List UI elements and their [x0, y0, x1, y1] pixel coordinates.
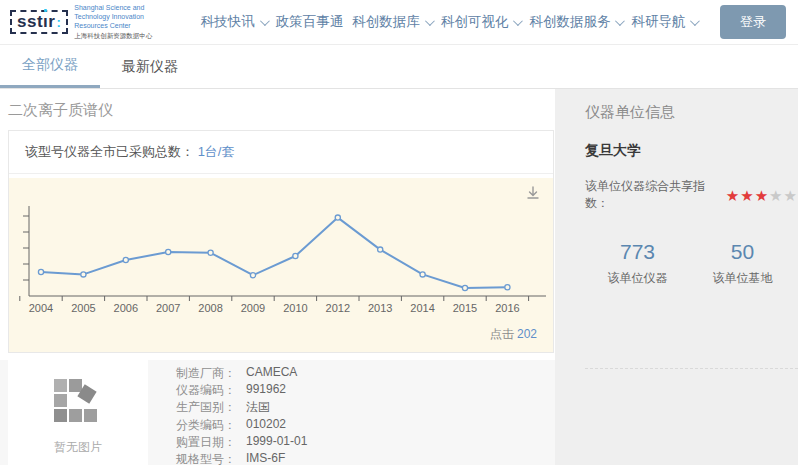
logo-subtitle: Shanghai Science and Technology Innovati… [74, 4, 178, 39]
nav-label: 政策百事通 [276, 13, 344, 31]
chevron-down-icon [690, 16, 700, 26]
share-index-label: 该单位仪器综合共享指数： [585, 178, 722, 212]
purchase-chart-panel: 该型号仪器全市已采购总数： 1台/套 200420052006200720082… [8, 130, 554, 353]
detail-value: 010202 [246, 417, 286, 434]
nav-item-database[interactable]: 科创数据库 [352, 13, 432, 31]
detail-label: 购置日期： [176, 434, 246, 451]
tab-all-instruments[interactable]: 全部仪器 [0, 45, 100, 88]
svg-text:2014: 2014 [410, 302, 434, 314]
main-nav: 科技快讯 政策百事通 科创数据库 科创可视化 科创数据服务 科研导航 [178, 13, 720, 31]
organization-name: 复旦大学 [585, 142, 798, 160]
svg-text:2009: 2009 [241, 302, 265, 314]
instrument-details-section: 暂无图片 制造厂商： CAMECA 仪器编码： 991962 生产国别： 法国 … [0, 360, 555, 465]
detail-value: 991962 [246, 382, 286, 399]
nav-label: 科创数据服务 [529, 13, 610, 31]
chevron-down-icon [513, 16, 523, 26]
nav-item-policy[interactable]: 政策百事通 [276, 13, 344, 31]
logo-subtitle-cn: 上海科技创新资源数据中心 [74, 32, 178, 40]
no-image-label: 暂无图片 [54, 439, 102, 456]
clicks-counter: 点击 202 [490, 326, 537, 343]
unit-stats: 773 该单位仪器 50 该单位基地 [585, 240, 795, 287]
svg-text:2007: 2007 [156, 302, 180, 314]
svg-text:2006: 2006 [114, 302, 138, 314]
svg-text:2010: 2010 [283, 302, 307, 314]
chart-body: 2004200520062007200820092010201220132014… [9, 178, 553, 352]
dashed-divider [585, 368, 798, 369]
stat-base-count: 50 该单位基地 [690, 240, 795, 287]
stat-value: 773 [585, 240, 690, 264]
svg-text:2016: 2016 [495, 302, 519, 314]
main-column: 二次离子质谱仪 该型号仪器全市已采购总数： 1台/套 2004200520062… [0, 89, 555, 465]
detail-value: 1999-01-01 [246, 434, 307, 451]
details-list: 制造厂商： CAMECA 仪器编码： 991962 生产国别： 法国 分类编码：… [148, 360, 307, 465]
stat-value: 50 [690, 240, 795, 264]
chevron-down-icon [615, 16, 625, 26]
sidebar-title: 仪器单位信息 [585, 103, 798, 122]
clicks-label: 点击 [490, 327, 514, 341]
svg-text:2013: 2013 [368, 302, 392, 314]
clicks-value: 202 [517, 327, 537, 341]
nav-item-research-nav[interactable]: 科研导航 [631, 13, 697, 31]
svg-text:2015: 2015 [453, 302, 477, 314]
logo[interactable]: sstır: Shanghai Science and Technology I… [10, 4, 178, 39]
nav-label: 科创数据库 [352, 13, 420, 31]
chart-header-value: 1台/套 [198, 144, 235, 159]
download-icon[interactable] [525, 185, 541, 205]
detail-value: IMS-6F [246, 451, 285, 465]
chart-header-label: 该型号仪器全市已采购总数： [25, 144, 194, 159]
login-button[interactable]: 登录 [720, 5, 786, 39]
detail-label: 生产国别： [176, 399, 246, 416]
logo-subtitle-en: Shanghai Science and Technology Innovati… [74, 4, 178, 30]
stat-label: 该单位仪器 [585, 270, 690, 287]
image-placeholder: 暂无图片 [8, 360, 148, 465]
svg-text:2005: 2005 [71, 302, 95, 314]
instrument-tabbar: 全部仪器 最新仪器 [0, 45, 798, 89]
stat-instrument-count: 773 该单位仪器 [585, 240, 690, 287]
svg-text:2004: 2004 [29, 302, 53, 314]
detail-row-manufacturer: 制造厂商： CAMECA [176, 365, 307, 382]
top-header: sstır: Shanghai Science and Technology I… [0, 0, 798, 45]
svg-text:2012: 2012 [326, 302, 350, 314]
detail-row-instrument-code: 仪器编码： 991962 [176, 382, 307, 399]
detail-label: 制造厂商： [176, 365, 246, 382]
share-index-row: 该单位仪器综合共享指数： ★★★★★ [585, 178, 798, 212]
nav-label: 科创可视化 [441, 13, 509, 31]
nav-item-tech-news[interactable]: 科技快讯 [201, 13, 267, 31]
stat-label: 该单位基地 [690, 270, 795, 287]
detail-value: CAMECA [246, 365, 297, 382]
content-area: 二次离子质谱仪 该型号仪器全市已采购总数： 1台/套 2004200520062… [0, 89, 798, 465]
detail-row-country: 生产国别： 法国 [176, 399, 307, 416]
chevron-down-icon [260, 16, 270, 26]
nav-label: 科技快讯 [201, 13, 255, 31]
detail-label: 规格型号： [176, 451, 246, 465]
svg-text:2008: 2008 [198, 302, 222, 314]
star-rating: ★★★★★ [726, 188, 798, 203]
no-image-icon [50, 377, 106, 431]
page-title: 二次离子质谱仪 [0, 89, 555, 130]
detail-label: 分类编码： [176, 417, 246, 434]
nav-item-visualization[interactable]: 科创可视化 [441, 13, 521, 31]
detail-row-model: 规格型号： IMS-6F [176, 451, 307, 465]
detail-value: 法国 [246, 399, 270, 416]
detail-label: 仪器编码： [176, 382, 246, 399]
tab-newest-instruments[interactable]: 最新仪器 [100, 45, 200, 88]
line-chart: 2004200520062007200820092010201220132014… [9, 178, 553, 318]
nav-item-data-service[interactable]: 科创数据服务 [529, 13, 622, 31]
sstir-logo-icon: sstır: [10, 10, 68, 34]
chevron-down-icon [425, 16, 435, 26]
chart-header: 该型号仪器全市已采购总数： 1台/套 [9, 131, 553, 174]
detail-row-purchase-date: 购置日期： 1999-01-01 [176, 434, 307, 451]
nav-label: 科研导航 [631, 13, 685, 31]
detail-row-category-code: 分类编码： 010202 [176, 417, 307, 434]
unit-info-sidebar: 仪器单位信息 复旦大学 该单位仪器综合共享指数： ★★★★★ 773 该单位仪器… [555, 89, 798, 465]
